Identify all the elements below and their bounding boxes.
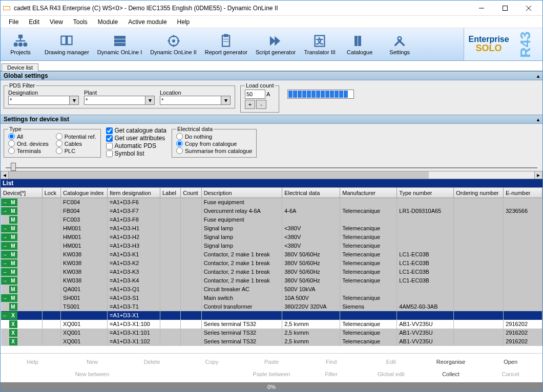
check-userattr[interactable]: Get user attributes [106, 135, 166, 142]
table-row[interactable]: XXQ001=A1+D3-X1:102Series terminal TS322… [1, 337, 542, 346]
location-input[interactable] [160, 96, 221, 105]
tool-drawing-manager[interactable]: Drawing manager [40, 28, 93, 60]
scroll-right-icon[interactable]: ▸ [534, 171, 542, 179]
new-between-button: New between [65, 369, 120, 379]
table-row[interactable]: →MHM001=A1+D3-H2Signal lamp<380VTelemeca… [1, 233, 542, 242]
close-button[interactable] [517, 1, 540, 15]
designation-dropdown[interactable]: ▾ [70, 96, 79, 105]
column-split-slider[interactable] [1, 160, 542, 171]
table-row[interactable]: ←X=A1+D3-X1 [1, 311, 542, 320]
collapse-icon[interactable]: ▴ [537, 73, 539, 79]
col-electrical-data[interactable]: Electrical data [282, 188, 340, 198]
loadcount-plus[interactable]: + [245, 100, 255, 109]
table-row[interactable]: →MKW038=A1+D3-K3Contactor, 2 make 1 brea… [1, 268, 542, 276]
collect-button[interactable]: Collect [423, 369, 479, 379]
count-cell [181, 224, 201, 233]
badge-m-icon: M [9, 294, 17, 302]
manufacturer-cell [340, 215, 397, 224]
col-type-number[interactable]: Type number [397, 188, 454, 198]
menu-tools[interactable]: Tools [68, 17, 93, 27]
check-catalogue[interactable]: Get catalogue data [106, 127, 166, 134]
plant-dropdown[interactable]: ▾ [145, 96, 155, 105]
table-row[interactable]: XXQ001=A1+D3-X1:101Series terminal TS322… [1, 329, 542, 337]
table-row[interactable]: →MFC004=A1+D3-F6Fuse equipment [1, 198, 542, 207]
col-manufacturer[interactable]: Manufacturer [340, 188, 397, 198]
col-item-designation[interactable]: Item designation [107, 188, 160, 198]
type-potential-ref-[interactable]: Potential ref. [56, 133, 96, 140]
type-terminals[interactable]: Terminals [8, 147, 49, 154]
tool-translator-iii[interactable]: 文Translator III [300, 28, 340, 60]
device-settings-body: Type AllPotential ref.Ord. devicesCables… [1, 124, 542, 160]
item-designation-cell: =A1+D3-H1 [107, 224, 160, 233]
tool-projects[interactable]: Projects [1, 28, 40, 60]
menu-active-module[interactable]: Active module [123, 17, 172, 27]
scroll-left-icon[interactable]: ◂ [1, 171, 9, 179]
tab-device-list[interactable]: Device list [2, 63, 38, 71]
tool-dynamic-online-i[interactable]: Dynamic OnLine I [93, 28, 146, 60]
col-lock[interactable]: Lock [42, 188, 60, 198]
count-cell [181, 233, 201, 242]
tool-dynamic-online-ii[interactable]: Dynamic OnLine II [146, 28, 200, 60]
tool-catalogue[interactable]: Catalogue [340, 28, 380, 60]
table-row[interactable]: →MKW038=A1+D3-K1Contactor, 2 make 1 brea… [1, 250, 542, 259]
type-cables[interactable]: Cables [56, 140, 96, 147]
check-autopds[interactable]: Automatic PDS [106, 142, 166, 149]
plant-input[interactable] [84, 96, 145, 105]
menu-view[interactable]: View [45, 17, 68, 27]
designation-input[interactable] [8, 96, 70, 105]
tool-script-generator[interactable]: Script generator [252, 28, 300, 60]
table-row[interactable]: →MHM001=A1+D3-H3Signal lamp<380VTelemeca… [1, 242, 542, 250]
table-row[interactable]: XXQ001=A1+D3-X1:100Series terminal TS322… [1, 320, 542, 329]
type-ord-devices[interactable]: Ord. devices [8, 140, 49, 147]
menu-edit[interactable]: Edit [24, 17, 45, 27]
loadcount-group: Load count A + - [240, 82, 279, 113]
type-plc[interactable]: PLC [56, 147, 96, 154]
location-dropdown[interactable]: ▾ [221, 96, 231, 105]
type-number-cell [397, 285, 454, 294]
check-group: Get catalogue data Get user attributes A… [106, 126, 166, 157]
label-cell [160, 329, 180, 337]
loadcount-minus[interactable]: - [256, 100, 266, 109]
menu-help[interactable]: Help [172, 17, 195, 27]
col-e-number[interactable]: E-number [504, 188, 542, 198]
table-row[interactable]: →MKW038=A1+D3-K2Contactor, 2 make 1 brea… [1, 259, 542, 268]
table-row[interactable]: →MHM001=A1+D3-H1Signal lamp<380VTelemeca… [1, 224, 542, 233]
manufacturer-cell [340, 198, 397, 207]
tool-settings[interactable]: Settings [380, 28, 420, 60]
table-row[interactable]: MQA001=A1+D3-Q1Circuit breaker AC500V 10… [1, 285, 542, 294]
ordering-number-cell [454, 302, 504, 311]
tool-report-generator[interactable]: Report generator [201, 28, 252, 60]
badge-m-icon: M [9, 207, 17, 215]
loadcount-input[interactable] [245, 90, 265, 99]
col-count[interactable]: Count [181, 188, 201, 198]
elec-summarise-from-catalogue[interactable]: Summarise from catalogue [176, 147, 252, 154]
table-row[interactable]: MFC003=A1+D3-F8Fuse equipment [1, 215, 542, 224]
table-row[interactable]: →MSH001=A1+D3-S1Main switch10A 500VTelem… [1, 294, 542, 302]
col-catalogue-index[interactable]: Catalogue index [61, 188, 108, 198]
minimize-button[interactable] [470, 1, 493, 15]
elec-copy-from-catalogue[interactable]: Copy from catalogue [176, 140, 252, 147]
table-row[interactable]: MTS001=A1+D3-T1Control transformer380/22… [1, 302, 542, 311]
col-device-[interactable]: Device[*] [1, 188, 43, 198]
ordering-number-cell [454, 337, 504, 346]
col-label[interactable]: Label [160, 188, 180, 198]
open-button[interactable]: Open [483, 357, 538, 367]
check-symbol[interactable]: Symbol list [106, 150, 166, 157]
menu-file[interactable]: File [4, 17, 24, 27]
collapse-icon[interactable]: ▴ [537, 117, 539, 122]
type-number-cell: AB1-VV235U [397, 329, 454, 337]
col-ordering-number[interactable]: Ordering number [454, 188, 504, 198]
reorganise-button[interactable]: Reorganise [423, 357, 479, 367]
description-cell: Main switch [201, 294, 282, 302]
col-description[interactable]: Description [201, 188, 282, 198]
maximize-button[interactable] [493, 1, 517, 15]
elec-do-nothing[interactable]: Do nothing [176, 133, 252, 140]
table-row[interactable]: →MKW038=A1+D3-K4Contactor, 2 make 1 brea… [1, 276, 542, 285]
description-cell: Contactor, 2 make 1 break [201, 276, 282, 285]
menu-module[interactable]: Module [93, 17, 123, 27]
horizontal-scrollbar[interactable]: ◂ ▸ [1, 171, 542, 179]
type-all[interactable]: All [8, 133, 49, 140]
electrical-cell: 380V 50/60Hz [282, 259, 340, 268]
table-row[interactable]: →MFB004=A1+D3-F7Overcurrent relay 4-6A4-… [1, 207, 542, 215]
label-cell [160, 198, 180, 207]
